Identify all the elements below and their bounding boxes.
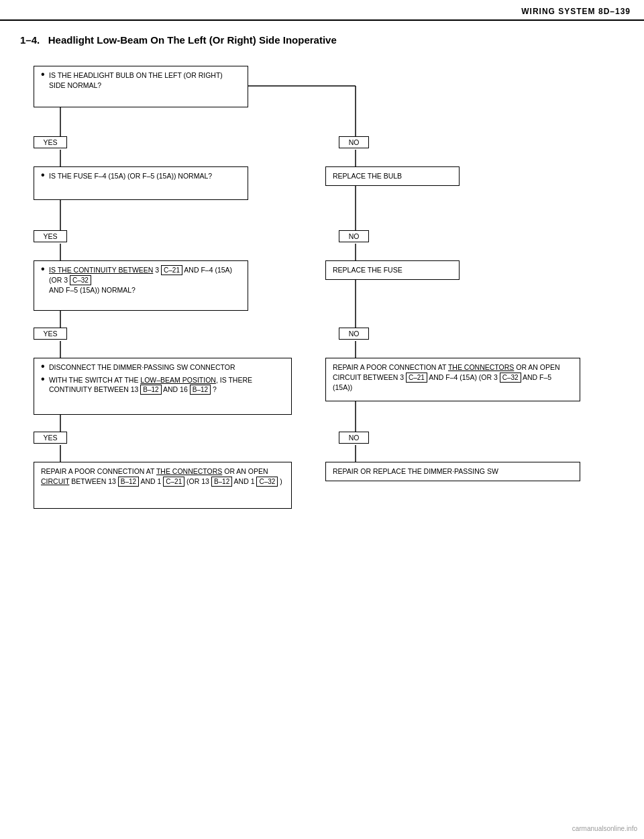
action-repair-dimmer: REPAIR OR REPLACE THE DIMMER·PASSING SW: [325, 462, 580, 481]
content-area: 1–4. Headlight Low-Beam On The Left (Or …: [0, 21, 644, 542]
connector-c32-a4: C–32: [256, 477, 278, 487]
action-repair-connection: REPAIR A POOR CONNECTION AT THE CONNECTO…: [325, 358, 580, 401]
action-repair-open-circuit: REPAIR A POOR CONNECTION AT THE CONNECTO…: [34, 462, 292, 509]
yes-2: YES: [34, 230, 67, 242]
no-2: NO: [339, 230, 369, 242]
action-replace-fuse: REPLACE THE FUSE: [325, 260, 460, 280]
no-4: NO: [339, 432, 369, 444]
question-1-box: • IS THE HEADLIGHT BULB ON THE LEFT (OR …: [34, 66, 248, 107]
no-3: NO: [339, 328, 369, 340]
question-2-box: • IS THE FUSE F–4 (15A) (OR F–5 (15A)) N…: [34, 166, 248, 200]
connector-b12b: B–12: [190, 385, 211, 395]
watermark: carmanualsonline.info: [572, 825, 637, 832]
connector-c32-a3: C–32: [500, 373, 521, 383]
connector-b12a: B–12: [140, 385, 161, 395]
action-replace-bulb: REPLACE THE BULB: [325, 166, 460, 186]
yes-3: YES: [34, 328, 67, 340]
connector-b12c: B–12: [118, 477, 139, 487]
page-header: WIRING SYSTEM 8D–139: [0, 0, 644, 21]
connector-b12d: B–12: [211, 477, 232, 487]
connector-c32-q3: C–32: [70, 275, 91, 285]
yes-4: YES: [34, 432, 67, 444]
connector-c21-a4: C–21: [163, 477, 184, 487]
connector-c21-q3: C–21: [161, 265, 182, 275]
no-1: NO: [339, 136, 369, 148]
section-title: 1–4. Headlight Low-Beam On The Left (Or …: [20, 34, 624, 46]
yes-1: YES: [34, 136, 67, 148]
connector-c21-a3: C–21: [406, 373, 427, 383]
question-3-box: • IS THE CONTINUITY BETWEEN 3 C–21 AND F…: [34, 260, 248, 311]
question-4-box: • DISCONNECT THE DIMMER·PASSING SW CONNE…: [34, 358, 292, 415]
header-title: WIRING SYSTEM 8D–139: [521, 7, 631, 16]
flowchart: • IS THE HEADLIGHT BULB ON THE LEFT (OR …: [20, 59, 610, 529]
